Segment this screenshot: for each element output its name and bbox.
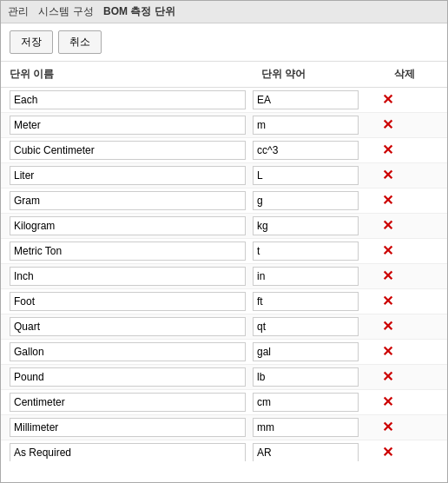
unit-abbr-cell (253, 141, 366, 160)
unit-name-cell (10, 418, 253, 437)
unit-abbr-input[interactable] (253, 242, 359, 261)
toolbar: 저장 취소 (1, 23, 447, 62)
delete-unit-button[interactable]: ✕ (382, 118, 393, 132)
unit-name-cell (10, 393, 253, 412)
unit-abbr-input[interactable] (253, 191, 359, 210)
unit-name-input[interactable] (10, 367, 246, 387)
unit-name-cell (10, 216, 253, 235)
unit-name-input[interactable] (10, 191, 246, 210)
delete-unit-button[interactable]: ✕ (382, 395, 393, 409)
unit-delete-cell: ✕ (366, 395, 409, 409)
unit-delete-cell: ✕ (366, 446, 409, 460)
unit-name-input[interactable] (10, 116, 246, 135)
unit-abbr-cell (253, 418, 366, 437)
unit-abbr-cell (253, 116, 366, 135)
unit-abbr-input[interactable] (253, 367, 359, 387)
unit-abbr-input[interactable] (253, 267, 359, 286)
delete-unit-button[interactable]: ✕ (382, 370, 393, 384)
unit-abbr-cell (253, 443, 366, 461)
unit-delete-cell: ✕ (366, 370, 409, 384)
delete-unit-button[interactable]: ✕ (382, 219, 393, 233)
unit-delete-cell: ✕ (366, 219, 409, 233)
table-row: ✕ (1, 440, 447, 461)
unit-name-cell (10, 317, 253, 336)
delete-unit-button[interactable]: ✕ (382, 93, 393, 107)
unit-name-input[interactable] (10, 317, 246, 336)
unit-abbr-cell (253, 393, 366, 412)
unit-abbr-input[interactable] (253, 90, 359, 109)
unit-name-input[interactable] (10, 216, 246, 235)
unit-abbr-input[interactable] (253, 443, 359, 461)
unit-name-input[interactable] (10, 242, 246, 261)
unit-abbr-cell (253, 166, 366, 185)
unit-abbr-input[interactable] (253, 141, 359, 160)
header-delete: 삭제 (383, 67, 426, 82)
unit-delete-cell: ✕ (366, 269, 409, 283)
unit-name-cell (10, 292, 253, 311)
delete-unit-button[interactable]: ✕ (382, 169, 393, 182)
unit-abbr-input[interactable] (253, 393, 359, 412)
table-row: ✕ (1, 163, 447, 189)
unit-delete-cell: ✕ (366, 244, 409, 258)
unit-name-input[interactable] (10, 292, 246, 311)
unit-delete-cell: ✕ (366, 93, 409, 107)
unit-name-input[interactable] (10, 443, 246, 461)
unit-abbr-cell (253, 342, 366, 361)
unit-name-input[interactable] (10, 166, 246, 185)
title-item-2: 시스템 구성 (38, 5, 93, 17)
cancel-button[interactable]: 취소 (58, 30, 102, 54)
unit-name-cell (10, 443, 253, 461)
unit-abbr-cell (253, 90, 366, 109)
unit-name-cell (10, 116, 253, 135)
unit-name-cell (10, 242, 253, 261)
delete-unit-button[interactable]: ✕ (382, 269, 393, 283)
unit-abbr-input[interactable] (253, 292, 359, 311)
delete-unit-button[interactable]: ✕ (382, 194, 393, 208)
save-button[interactable]: 저장 (10, 30, 53, 54)
unit-abbr-input[interactable] (253, 317, 359, 336)
unit-name-cell (10, 90, 253, 109)
title-bar: 관리 시스템 구성 BOM 측정 단위 (1, 1, 447, 23)
unit-abbr-cell (253, 367, 366, 387)
unit-name-input[interactable] (10, 267, 246, 286)
unit-abbr-cell (253, 242, 366, 261)
unit-delete-cell: ✕ (366, 194, 409, 208)
unit-name-input[interactable] (10, 90, 246, 109)
delete-unit-button[interactable]: ✕ (382, 294, 393, 308)
delete-unit-button[interactable]: ✕ (382, 345, 393, 359)
delete-unit-button[interactable]: ✕ (382, 143, 393, 157)
header-abbr: 단위 약어 (261, 67, 383, 82)
unit-abbr-cell (253, 292, 366, 311)
content-area: 단위 이름 단위 약어 삭제 ✕✕✕✕✕✕✕✕✕✕✕✕✕✕✕✕✕✕✕ (1, 62, 447, 461)
unit-name-input[interactable] (10, 418, 246, 437)
unit-name-input[interactable] (10, 393, 246, 412)
table-row: ✕ (1, 88, 447, 113)
table-row: ✕ (1, 415, 447, 440)
unit-delete-cell: ✕ (366, 420, 409, 434)
delete-unit-button[interactable]: ✕ (382, 244, 393, 258)
table-row: ✕ (1, 314, 447, 340)
unit-abbr-cell (253, 317, 366, 336)
table-row: ✕ (1, 239, 447, 264)
units-table-body: ✕✕✕✕✕✕✕✕✕✕✕✕✕✕✕✕✕✕✕ (1, 88, 447, 461)
table-row: ✕ (1, 113, 447, 138)
unit-abbr-cell (253, 267, 366, 286)
table-row: ✕ (1, 365, 447, 390)
table-header: 단위 이름 단위 약어 삭제 (1, 62, 447, 88)
delete-unit-button[interactable]: ✕ (382, 320, 393, 334)
unit-name-cell (10, 367, 253, 387)
delete-unit-button[interactable]: ✕ (382, 420, 393, 434)
unit-name-cell (10, 191, 253, 210)
unit-abbr-input[interactable] (253, 342, 359, 361)
unit-abbr-input[interactable] (253, 216, 359, 235)
unit-abbr-input[interactable] (253, 166, 359, 185)
unit-abbr-input[interactable] (253, 116, 359, 135)
unit-delete-cell: ✕ (366, 118, 409, 132)
unit-name-input[interactable] (10, 342, 246, 361)
unit-name-input[interactable] (10, 141, 246, 160)
table-row: ✕ (1, 138, 447, 163)
unit-abbr-input[interactable] (253, 418, 359, 437)
unit-name-cell (10, 141, 253, 160)
unit-delete-cell: ✕ (366, 169, 409, 182)
delete-unit-button[interactable]: ✕ (382, 446, 393, 460)
